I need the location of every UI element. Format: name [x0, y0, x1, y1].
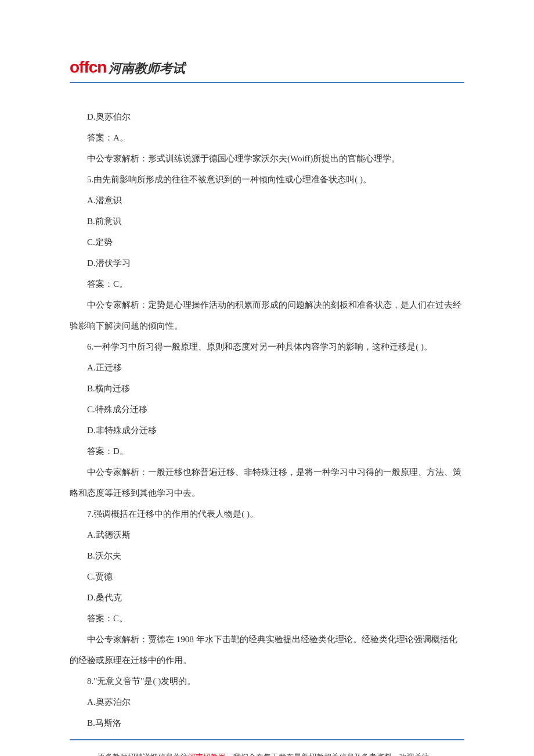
logo-brand: offcn: [70, 58, 106, 77]
logo: offcn 河南教师考试: [70, 58, 464, 77]
text-line: A.潜意识: [70, 190, 464, 211]
text-line: 答案：A。: [70, 127, 464, 148]
footer-suffix: ，我们会在每天发布最新招教相关信息及备考资料，欢迎关注。: [226, 753, 437, 756]
text-line: 中公专家解析：一般迁移也称普遍迁移、非特殊迁移，是将一种学习中习得的一般原理、方…: [70, 462, 464, 503]
text-line: C.定势: [70, 232, 464, 253]
text-line: 5.由先前影响所形成的往往不被意识到的一种倾向性或心理准备状态叫( )。: [70, 169, 464, 190]
text-line: D.奥苏伯尔: [70, 106, 464, 127]
text-line: 答案：C。: [70, 273, 464, 294]
footer-separator: [70, 739, 464, 740]
text-line: 中公专家解析：定势是心理操作活动的积累而形成的问题解决的刻板和准备状态，是人们在…: [70, 294, 464, 336]
page-footer: 更多教师招聘详细信息关注河南招教网，我们会在每天发布最新招教相关信息及备考资料，…: [70, 752, 464, 756]
header-separator: [70, 82, 464, 83]
text-line: A.奥苏泊尔: [70, 692, 464, 712]
text-line: 中公专家解析：贾德在 1908 年水下击靶的经典实验提出经验类化理论。经验类化理…: [70, 629, 464, 671]
text-line: B.前意识: [70, 211, 464, 232]
page-header: offcn 河南教师考试: [70, 58, 464, 77]
text-line: B.沃尔夫: [70, 545, 464, 566]
text-line: B.横向迁移: [70, 378, 464, 399]
text-line: B.马斯洛: [70, 712, 464, 733]
text-line: C.特殊成分迁移: [70, 399, 464, 420]
text-line: 6.一种学习中所习得一般原理、原则和态度对另一种具体内容学习的影响，这种迁移是(…: [70, 336, 464, 357]
text-line: 中公专家解析：形式训练说源于德国心理学家沃尔夫(Woiff)所提出的官能心理学。: [70, 148, 464, 169]
text-line: D.非特殊成分迁移: [70, 420, 464, 441]
logo-suffix: 河南教师考试: [109, 60, 185, 77]
text-line: D.潜伏学习: [70, 253, 464, 273]
footer-prefix: 更多教师招聘详细信息关注: [98, 753, 188, 756]
document-content: D.奥苏伯尔 答案：A。 中公专家解析：形式训练说源于德国心理学家沃尔夫(Woi…: [70, 106, 464, 733]
text-line: A.正迁移: [70, 357, 464, 378]
text-line: A.武德沃斯: [70, 524, 464, 545]
text-line: 8."无意义音节"是( )发明的。: [70, 671, 464, 692]
text-line: 7.强调概括在迁移中的作用的代表人物是( )。: [70, 503, 464, 524]
text-line: D.桑代克: [70, 587, 464, 608]
footer-highlight-link: 河南招教网: [188, 753, 226, 756]
text-line: C.贾德: [70, 566, 464, 587]
text-line: 答案：D。: [70, 441, 464, 462]
text-line: 答案：C。: [70, 608, 464, 629]
